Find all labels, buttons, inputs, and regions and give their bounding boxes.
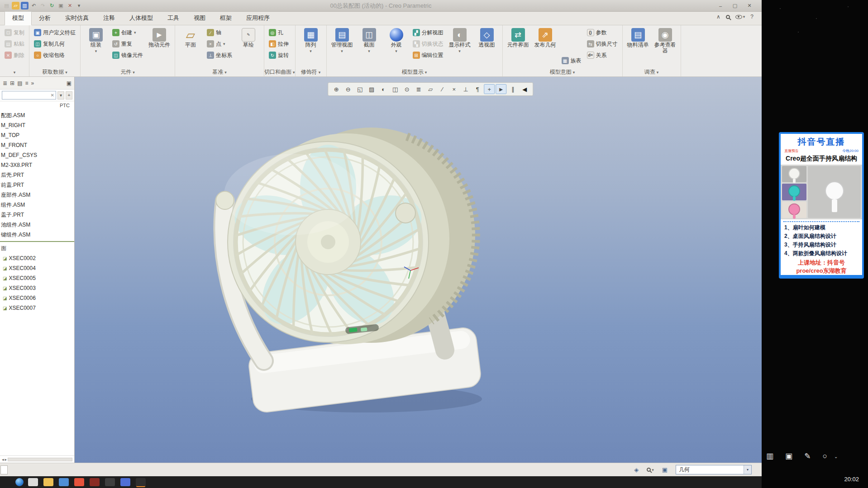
screen-share-icon[interactable]: ▥ [766, 451, 773, 461]
tree-item[interactable]: 后壳.PRT [0, 170, 74, 180]
reference-viewer-button[interactable]: ◉参考查看器 [653, 27, 678, 54]
taskbar-app-icon[interactable] [59, 478, 69, 486]
spin-center-icon[interactable]: + [484, 84, 495, 94]
tree-search-input[interactable]: ✕ [2, 91, 56, 99]
chat-icon[interactable]: ○ [822, 452, 827, 461]
ribbon-tab[interactable]: 工具 [160, 12, 186, 25]
scroll-left-icon[interactable]: ◂ [2, 457, 4, 462]
collapse-ribbon-icon[interactable]: ∧ [716, 14, 720, 20]
perspective-button[interactable]: ◇透视图 [474, 27, 500, 48]
minimize-button[interactable]: – [715, 2, 726, 10]
switch-dimensions-button[interactable]: ⇆切换尺寸 [585, 38, 620, 49]
3d-viewport[interactable]: ⊕ ⊖ ◱ ▨ ◐ ◫ ⊙ ≣ [75, 77, 762, 463]
tree-section-item[interactable]: ◪XSEC0003 [0, 283, 74, 293]
publish-geometry-button[interactable]: ⇗发布几何 [533, 27, 558, 48]
family-table-button[interactable]: ▦族表 [560, 55, 583, 66]
tree-more-icon[interactable]: » [31, 80, 34, 86]
tree-item[interactable]: M_DEF_CSYS [0, 150, 74, 160]
extrude-button[interactable]: ◧拉伸 [267, 38, 291, 49]
switch-state-button[interactable]: ▚切换状态 [411, 38, 445, 49]
delete-button[interactable]: ✕删除 [3, 50, 26, 61]
reverse-view-icon[interactable]: ◀ [519, 84, 530, 94]
repaint-icon[interactable]: ▨ [366, 84, 377, 94]
shrinkwrap-button[interactable]: ○收缩包络 [32, 50, 67, 61]
taskbar-app-icon[interactable] [90, 478, 100, 486]
zoom-in-icon[interactable]: ⊕ [331, 84, 342, 94]
tree-columns-icon[interactable]: ▤ [17, 80, 22, 86]
ribbon-tab[interactable]: 框架 [213, 12, 239, 25]
cut-surface-group-label[interactable]: 切口和曲面▾ [264, 68, 295, 76]
layers-icon[interactable]: ≣ [413, 84, 424, 94]
scroll-right-icon[interactable]: ▸ [5, 457, 7, 462]
edit-position-button[interactable]: ⊞编辑位置 [411, 50, 445, 61]
close-button[interactable]: ✕ [744, 2, 755, 10]
window-icon[interactable]: ▣ [57, 2, 65, 9]
create-button[interactable]: +创建▾ [110, 27, 145, 38]
datum-axis-display-icon[interactable]: ∕ [437, 84, 448, 94]
pause-icon[interactable]: ∥ [507, 84, 518, 94]
hole-button[interactable]: ◎孔 [267, 27, 285, 38]
revolve-button[interactable]: ↻旋转 [267, 50, 291, 61]
display-style-button[interactable]: ◐显示样式▾ [447, 27, 472, 54]
ribbon-tab[interactable]: 视图 [186, 12, 213, 25]
appearance-icon[interactable]: ⊙ [401, 84, 412, 94]
tree-list-icon[interactable]: ⊞ [10, 80, 14, 86]
taskbar-app-icon[interactable] [28, 478, 38, 486]
datum-point-button[interactable]: ×点▾ [205, 38, 234, 49]
tree-item[interactable]: 组件.ASM [0, 200, 74, 210]
taskbar-app-icon[interactable] [120, 478, 130, 486]
section-view-icon[interactable]: ◫ [390, 84, 401, 94]
clipboard-group-label[interactable]: ▾ [0, 68, 29, 76]
scrollbar-track[interactable] [8, 458, 72, 461]
ribbon-tab[interactable]: 模型 [5, 11, 32, 25]
undo-icon[interactable]: ↶ [30, 2, 38, 9]
find-icon[interactable]: ▾ [647, 468, 654, 472]
tree-item[interactable]: 座部件.ASM [0, 190, 74, 200]
tree-filter-icon[interactable]: ≡ [25, 80, 28, 86]
sketch-button[interactable]: ✎草绘 [236, 27, 261, 48]
start-button[interactable] [15, 478, 24, 486]
repeat-button[interactable]: ↺重复 [110, 38, 145, 49]
assemble-button[interactable]: ▣组装▾ [83, 27, 109, 54]
component-group-label[interactable]: 元件▾ [81, 68, 175, 76]
search-dropdown-icon[interactable]: ▾ [57, 91, 64, 99]
tree-section-item[interactable]: ◪XSEC0005 [0, 273, 74, 283]
ribbon-tab[interactable]: 分析 [32, 12, 58, 25]
tree-item[interactable]: 池组件.ASM [0, 220, 74, 230]
close-window-icon[interactable]: ✕ [66, 2, 74, 9]
bom-button[interactable]: ▤物料清单 [625, 27, 651, 48]
3d-dragger-icon[interactable]: ◈ [634, 466, 639, 473]
get-data-group-label[interactable]: 获取数据▾ [29, 68, 80, 76]
sections-header[interactable]: 面 [0, 243, 74, 253]
save-icon[interactable]: ▥ [21, 2, 29, 9]
annotation-display-icon[interactable]: ¶ [472, 84, 483, 94]
parameters-button[interactable]: ()参数 [585, 27, 620, 38]
model-intent-group-label[interactable]: 模型意图▾ [503, 68, 622, 76]
paste-button[interactable]: ▤粘贴 [3, 38, 26, 49]
tree-document-icon[interactable]: ▣ [67, 80, 72, 86]
tree-settings-icon[interactable]: ≣ [3, 80, 7, 86]
taskbar-app-icon[interactable] [74, 478, 84, 486]
tree-item[interactable]: M_FRONT [0, 140, 74, 150]
model-display-group-label[interactable]: 模型显示▾ [327, 68, 502, 76]
refit-icon[interactable]: ◱ [354, 84, 365, 94]
taskbar-app-icon[interactable] [136, 478, 146, 486]
display-style-icon[interactable]: ◐ [378, 84, 389, 94]
manage-views-button[interactable]: ▤管理视图▾ [329, 27, 355, 54]
datum-plane-button[interactable]: ▱平面 [178, 27, 203, 48]
chat-caret-icon[interactable]: ⌄ [834, 454, 838, 459]
datum-axis-button[interactable]: ∕轴 [205, 27, 234, 38]
tree-item[interactable]: M2-3X8.PRT [0, 160, 74, 170]
pen-icon[interactable]: ✎ [804, 451, 811, 461]
csys-display-icon[interactable]: ⊥ [460, 84, 471, 94]
fan-model[interactable] [75, 77, 762, 463]
tree-section-item[interactable]: ◪XSEC0002 [0, 253, 74, 263]
ribbon-tab[interactable]: 实时仿真 [58, 12, 96, 25]
panel-toggle[interactable] [0, 465, 8, 474]
add-search-icon[interactable]: + [66, 91, 72, 99]
section-button[interactable]: ◫截面▾ [357, 27, 382, 54]
mirror-component-button[interactable]: ◫镜像元件 [110, 50, 145, 61]
tree-item[interactable]: M_RIGHT [0, 120, 74, 130]
zoom-out-icon[interactable]: ⊖ [343, 84, 353, 94]
tree-horizontal-scrollbar[interactable]: ◂ ▸ [0, 455, 74, 463]
